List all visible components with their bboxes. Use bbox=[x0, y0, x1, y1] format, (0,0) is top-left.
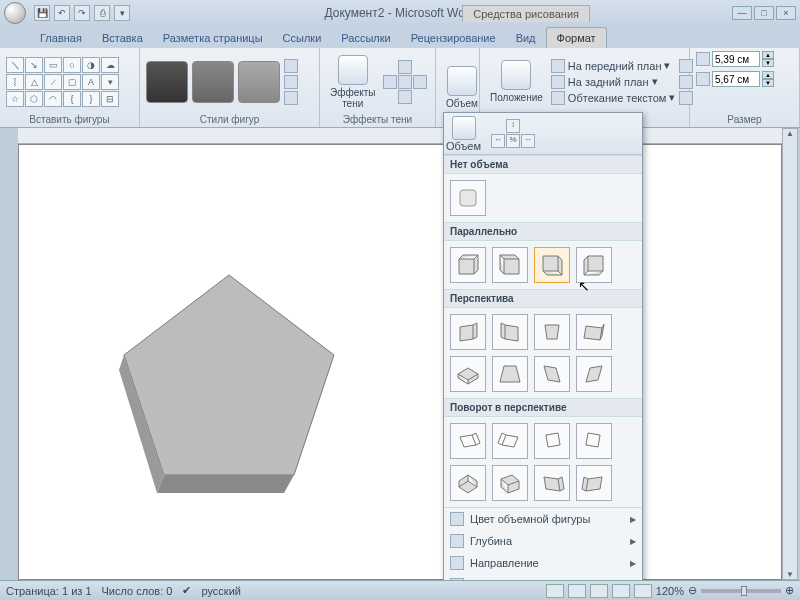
tab-layout[interactable]: Разметка страницы bbox=[153, 28, 273, 48]
popup-volume-button[interactable]: Объем bbox=[446, 116, 481, 152]
tab-insert[interactable]: Вставка bbox=[92, 28, 153, 48]
zoom-slider[interactable] bbox=[701, 589, 781, 593]
document-canvas[interactable] bbox=[18, 144, 782, 580]
zoom-in-icon[interactable]: ⊕ bbox=[785, 584, 794, 597]
vertical-scrollbar[interactable] bbox=[782, 128, 798, 580]
shape-expand-icon[interactable]: ⊟ bbox=[101, 91, 119, 107]
zoom-out-icon[interactable]: ⊖ bbox=[688, 584, 697, 597]
view-web-icon[interactable] bbox=[590, 584, 608, 598]
pentagon-shape[interactable] bbox=[109, 265, 349, 505]
view-print-layout-icon[interactable] bbox=[546, 584, 564, 598]
fill-icon[interactable] bbox=[284, 59, 298, 73]
shape-oval-icon[interactable]: ○ bbox=[63, 57, 81, 73]
preset-rot-4[interactable] bbox=[576, 423, 612, 459]
nudge-left-icon[interactable] bbox=[383, 75, 397, 89]
preset-rot-7[interactable] bbox=[534, 465, 570, 501]
shape-free-icon[interactable]: ⟋ bbox=[44, 74, 62, 90]
height-spinner[interactable]: ▲▼ bbox=[696, 51, 774, 67]
preset-persp-6[interactable] bbox=[492, 356, 528, 392]
nudge-up-icon[interactable] bbox=[398, 60, 412, 74]
outline-icon[interactable] bbox=[284, 75, 298, 89]
tab-references[interactable]: Ссылки bbox=[273, 28, 332, 48]
shape-star-icon[interactable]: ☆ bbox=[6, 91, 24, 107]
height-input[interactable] bbox=[712, 51, 760, 67]
status-proofing-icon[interactable]: ✔ bbox=[182, 584, 191, 597]
tilt-up-icon[interactable]: ↕ bbox=[506, 119, 520, 133]
status-words[interactable]: Число слов: 0 bbox=[102, 585, 173, 597]
preset-persp-4[interactable] bbox=[576, 314, 612, 350]
status-language[interactable]: русский bbox=[201, 585, 240, 597]
nudge-right-icon[interactable] bbox=[413, 75, 427, 89]
office-button[interactable] bbox=[4, 2, 26, 24]
preset-none[interactable] bbox=[450, 180, 486, 216]
shape-callout-icon[interactable]: ◑ bbox=[82, 57, 100, 73]
shape-rect-icon[interactable]: ▭ bbox=[44, 57, 62, 73]
preset-rot-2[interactable] bbox=[492, 423, 528, 459]
shapes-gallery[interactable]: ＼ ↘ ▭ ○ ◑ ☁ ⦚ △ ⟋ ▢ A ▾ ☆ ⬡ ◠ { } ⊟ bbox=[6, 57, 119, 107]
shape-more-icon[interactable]: ▾ bbox=[101, 74, 119, 90]
shadow-effects-button[interactable]: Эффекты тени bbox=[326, 53, 379, 111]
shape-cloud-icon[interactable]: ☁ bbox=[101, 57, 119, 73]
status-page[interactable]: Страница: 1 из 1 bbox=[6, 585, 92, 597]
preset-parallel-1[interactable] bbox=[450, 247, 486, 283]
width-spinner[interactable]: ▲▼ bbox=[696, 71, 774, 87]
preset-rot-3[interactable] bbox=[534, 423, 570, 459]
shape-poly-icon[interactable]: △ bbox=[25, 74, 43, 90]
width-up-icon[interactable]: ▲ bbox=[762, 71, 774, 79]
preset-persp-1[interactable] bbox=[450, 314, 486, 350]
view-draft-icon[interactable] bbox=[634, 584, 652, 598]
menu-depth[interactable]: Глубина▶ bbox=[444, 530, 642, 552]
shape-arrow-icon[interactable]: ↘ bbox=[25, 57, 43, 73]
status-zoom[interactable]: 120% bbox=[656, 585, 684, 597]
width-down-icon[interactable]: ▼ bbox=[762, 79, 774, 87]
tilt-center-icon[interactable]: % bbox=[506, 134, 520, 148]
preset-rot-1[interactable] bbox=[450, 423, 486, 459]
preset-persp-7[interactable] bbox=[534, 356, 570, 392]
shape-arc-icon[interactable]: ◠ bbox=[44, 91, 62, 107]
preset-persp-8[interactable] bbox=[576, 356, 612, 392]
preset-parallel-3[interactable] bbox=[534, 247, 570, 283]
print-icon[interactable]: ⎙ bbox=[94, 5, 110, 21]
redo-icon[interactable]: ↷ bbox=[74, 5, 90, 21]
style-preset-2[interactable] bbox=[192, 61, 234, 103]
close-button[interactable]: × bbox=[776, 6, 796, 20]
preset-rot-8[interactable] bbox=[576, 465, 612, 501]
undo-icon[interactable]: ↶ bbox=[54, 5, 70, 21]
minimize-button[interactable]: — bbox=[732, 6, 752, 20]
text-wrap-button[interactable]: Обтекание текстом▾ bbox=[551, 91, 676, 105]
shape-line-icon[interactable]: ＼ bbox=[6, 57, 24, 73]
tab-mailings[interactable]: Рассылки bbox=[331, 28, 400, 48]
tilt-left-icon[interactable]: ↔ bbox=[491, 134, 505, 148]
qat-dropdown-icon[interactable]: ▾ bbox=[114, 5, 130, 21]
preset-parallel-4[interactable] bbox=[576, 247, 612, 283]
style-preset-3[interactable] bbox=[238, 61, 280, 103]
shape-curve-icon[interactable]: ⦚ bbox=[6, 74, 24, 90]
bring-front-button[interactable]: На передний план▾ bbox=[551, 59, 676, 73]
height-down-icon[interactable]: ▼ bbox=[762, 59, 774, 67]
tab-format[interactable]: Формат bbox=[546, 27, 607, 48]
preset-rot-6[interactable] bbox=[492, 465, 528, 501]
tab-review[interactable]: Рецензирование bbox=[401, 28, 506, 48]
width-input[interactable] bbox=[712, 71, 760, 87]
preset-persp-2[interactable] bbox=[492, 314, 528, 350]
view-fullscreen-icon[interactable] bbox=[568, 584, 586, 598]
shape-rrect-icon[interactable]: ▢ bbox=[63, 74, 81, 90]
preset-persp-5[interactable] bbox=[450, 356, 486, 392]
volume-button[interactable]: Объем bbox=[442, 64, 482, 111]
send-back-button[interactable]: На задний план▾ bbox=[551, 75, 676, 89]
view-outline-icon[interactable] bbox=[612, 584, 630, 598]
preset-persp-3[interactable] bbox=[534, 314, 570, 350]
tab-home[interactable]: Главная bbox=[30, 28, 92, 48]
preset-parallel-2[interactable] bbox=[492, 247, 528, 283]
shape-text-icon[interactable]: A bbox=[82, 74, 100, 90]
restore-button[interactable]: □ bbox=[754, 6, 774, 20]
shape-brace-icon[interactable]: { bbox=[63, 91, 81, 107]
height-up-icon[interactable]: ▲ bbox=[762, 51, 774, 59]
change-shape-icon[interactable] bbox=[284, 91, 298, 105]
shape-brace2-icon[interactable]: } bbox=[82, 91, 100, 107]
menu-3d-color[interactable]: Цвет объемной фигуры▶ bbox=[444, 508, 642, 530]
preset-rot-5[interactable] bbox=[450, 465, 486, 501]
menu-direction[interactable]: Направление▶ bbox=[444, 552, 642, 574]
shape-hex-icon[interactable]: ⬡ bbox=[25, 91, 43, 107]
tilt-right-icon[interactable]: ↔ bbox=[521, 134, 535, 148]
